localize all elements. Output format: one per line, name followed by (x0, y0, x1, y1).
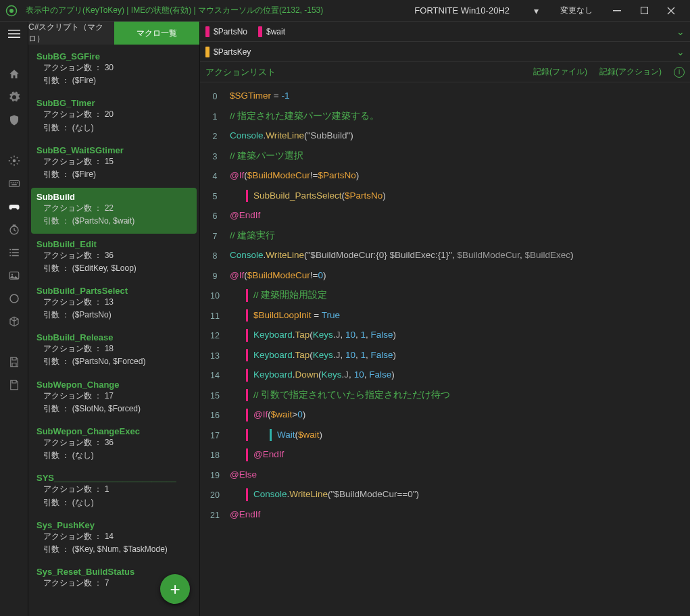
macro-action-count: アクション数 ： 22 (36, 202, 191, 215)
svg-rect-11 (14, 182, 16, 184)
gear2-icon[interactable] (7, 154, 21, 168)
macro-args: 引数 ： (なし) (36, 122, 191, 134)
code-line[interactable]: 17Wait($wait) (200, 426, 690, 446)
record-action-link[interactable]: 記録(アクション) (599, 66, 662, 78)
record-file-link[interactable]: 記録(ファイル) (533, 66, 587, 78)
macro-action-count: アクション数 ： 14 (36, 530, 191, 543)
macro-item[interactable]: SubWepon_ChangeExecアクション数 ： 36引数 ： (なし) (31, 422, 197, 467)
macro-item[interactable]: SYS_________________________アクション数 ： 1引数… (31, 469, 197, 514)
code-line[interactable]: 9@If($BuildModeCur!=0) (200, 266, 690, 286)
code-line[interactable]: 4@If($BuildModeCur!=$PartsNo) (200, 166, 690, 186)
param-wait[interactable]: $wait (258, 26, 285, 37)
add-macro-button[interactable]: + (160, 574, 190, 604)
maximize-button[interactable] (631, 1, 658, 20)
svg-rect-15 (9, 249, 11, 251)
keyboard-icon[interactable] (7, 177, 21, 190)
close-button[interactable] (658, 1, 685, 20)
menu-icon[interactable] (7, 27, 21, 41)
save-icon[interactable] (7, 355, 21, 369)
code-line[interactable]: 1// 指定された建築パーツ建築する。 (200, 107, 690, 127)
circle-icon[interactable] (7, 292, 21, 305)
code-line[interactable]: 10// 建築開始用設定 (200, 286, 690, 306)
code-line[interactable]: 13Keyboard.Tap(Keys.J, 10, 1, False) (200, 346, 690, 366)
code-line[interactable]: 19@Else (200, 465, 690, 486)
code-line[interactable]: 12Keyboard.Tap(Keys.J, 10, 1, False) (200, 326, 690, 346)
code-line[interactable]: 16@If($wait>0) (200, 405, 690, 426)
macro-item[interactable]: SubBuild_Editアクション数 ： 36引数 ： ($EditKey, … (31, 235, 197, 280)
profile-dropdown-icon[interactable]: ▾ (523, 5, 549, 16)
macro-action-count: アクション数 ： 17 (36, 390, 191, 403)
svg-rect-4 (8, 30, 20, 31)
code-line[interactable]: 8Console.WriteLine("$BuildModeCur:{0} $B… (200, 246, 690, 266)
info-icon[interactable]: i (674, 67, 685, 78)
profile-name[interactable]: FORTNITE Win10-20H2 (401, 5, 523, 16)
minimize-button[interactable] (603, 1, 631, 20)
macro-item[interactable]: SubBG_WaitSGtimerアクション数 ： 15引数 ： ($Fire) (31, 141, 197, 186)
tab-macro-list[interactable]: マクロ一覧 (114, 22, 200, 45)
macro-action-count: アクション数 ： 20 (36, 108, 191, 121)
collapse-locals-icon[interactable]: ⌄ (676, 47, 685, 57)
param-partsno[interactable]: $PartsNo (205, 26, 247, 37)
macro-item[interactable]: SubBG_SGFireアクション数 ： 30引数 ： ($Fire) (31, 47, 197, 93)
macro-args: 引数 ： ($Key, $Num, $TaskMode) (36, 543, 191, 556)
macro-name: SubBG_Timer (36, 98, 191, 108)
save-status: 変更なし (549, 5, 603, 16)
tab-csharp[interactable]: C#スクリプト（マクロ） (28, 22, 114, 45)
macro-args: 引数 ： ($SlotNo, $Forced) (36, 403, 191, 415)
macro-name: SYS_________________________ (36, 473, 191, 483)
svg-rect-16 (12, 249, 19, 251)
svg-point-22 (11, 274, 12, 275)
code-line[interactable]: 14Keyboard.Down(Keys.J, 10, False) (200, 365, 690, 386)
line-number: 11 (200, 309, 230, 323)
macro-args: 引数 ： ($PartsNo) (36, 309, 191, 322)
code-line[interactable]: 6@EndIf (200, 206, 690, 226)
main-panel: $PartsNo $wait ⌄ $PartsKey ⌄ アクションリスト 記録… (200, 22, 690, 616)
macro-action-count: アクション数 ： 18 (36, 342, 191, 355)
line-number: 17 (200, 429, 230, 442)
svg-rect-12 (16, 182, 18, 184)
code-line[interactable]: 3// 建築パーツ選択 (200, 147, 690, 167)
macro-action-count: アクション数 ： 1 (36, 483, 191, 496)
svg-rect-20 (12, 255, 19, 257)
macro-item[interactable]: SubBuild_PartsSelectアクション数 ： 13引数 ： ($Pa… (31, 282, 197, 327)
clock-icon[interactable] (7, 223, 21, 236)
line-number: 5 (200, 190, 230, 203)
macro-item[interactable]: Sys_PushKeyアクション数 ： 14引数 ： ($Key, $Num, … (31, 516, 197, 561)
macro-item[interactable]: SubBG_Timerアクション数 ： 20引数 ： (なし) (31, 94, 197, 139)
save-as-icon[interactable] (7, 378, 21, 392)
macro-args: 引数 ： ($Fire) (36, 168, 191, 181)
title-info: 表示中のアプリ(KeyToKey) | IMEの状態(有効) | マウスカーソル… (26, 5, 401, 16)
code-line[interactable]: 2Console.WriteLine("SubBuild") (200, 126, 690, 147)
macro-item[interactable]: SubBuildアクション数 ： 22引数 ： ($PartsNo, $wait… (31, 188, 197, 233)
gamepad-icon[interactable] (7, 200, 21, 213)
code-line[interactable]: 7// 建築実行 (200, 226, 690, 247)
code-line[interactable]: 20Console.WriteLine("$BuildModeCur==0") (200, 485, 690, 505)
line-number: 9 (200, 270, 230, 283)
macro-list[interactable]: SubBG_SGFireアクション数 ： 30引数 ： ($Fire)SubBG… (28, 45, 199, 616)
list-icon[interactable] (7, 246, 21, 259)
shield-icon[interactable] (7, 113, 21, 127)
code-line[interactable]: 0$SGTimer = -1 (200, 86, 690, 107)
local-partskey[interactable]: $PartsKey (205, 47, 251, 57)
code-line[interactable]: 18@EndIf (200, 445, 690, 465)
svg-rect-17 (9, 252, 11, 253)
cube-icon[interactable] (7, 315, 21, 328)
image-icon[interactable] (7, 269, 21, 282)
macro-name: SubBG_WaitSGtimer (36, 145, 191, 155)
code-line[interactable]: 11$BuildLoopInit = True (200, 306, 690, 326)
home-icon[interactable] (7, 68, 21, 81)
code-line[interactable]: 21@EndIf (200, 505, 690, 525)
collapse-params-icon[interactable]: ⌄ (676, 26, 685, 37)
macro-action-count: アクション数 ： 15 (36, 155, 191, 168)
macro-action-count: アクション数 ： 13 (36, 296, 191, 309)
macro-args: 引数 ： ($PartsNo, $Forced) (36, 355, 191, 368)
macro-name: SubWepon_Change (36, 380, 191, 390)
svg-rect-19 (9, 255, 11, 257)
svg-point-1 (9, 9, 14, 13)
gear-icon[interactable] (7, 91, 21, 104)
code-line[interactable]: 15// 引数で指定されていたら指定されただけ待つ (200, 386, 690, 406)
code-editor[interactable]: 0$SGTimer = -11// 指定された建築パーツ建築する。2Consol… (200, 82, 690, 616)
code-line[interactable]: 5SubBuild_PartsSelect($PartsNo) (200, 186, 690, 207)
macro-item[interactable]: SubBuild_Releaseアクション数 ： 18引数 ： ($PartsN… (31, 328, 197, 374)
macro-item[interactable]: SubWepon_Changeアクション数 ： 17引数 ： ($SlotNo,… (31, 376, 197, 421)
